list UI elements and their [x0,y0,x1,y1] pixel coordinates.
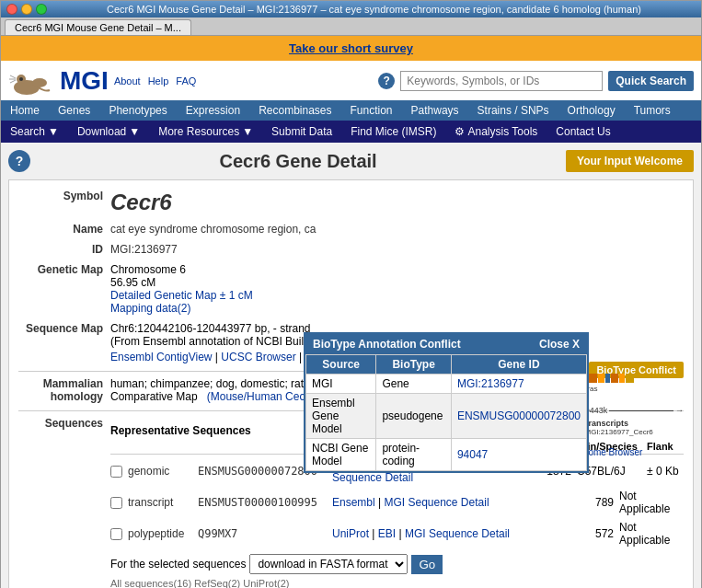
genetic-map-link[interactable]: Detailed Genetic Map ± 1 cM [110,289,253,302]
nav-orthology[interactable]: Orthology [558,100,625,121]
survey-link[interactable]: Take our short survey [289,41,413,55]
quick-search-button[interactable]: Quick Search [608,71,694,91]
polypeptide-link-2[interactable]: EBI [378,527,396,540]
bt-id-link-2[interactable]: 94047 [457,448,488,461]
nav-strains[interactable]: Strains / SNPs [468,100,558,121]
top-nav: MGI About Help FAQ ? Quick Search [1,61,701,100]
your-input-button[interactable]: Your Input Welcome [566,150,694,172]
search-help-icon[interactable]: ? [378,73,395,89]
title-bar: Cecr6 MGI Mouse Gene Detail – MGI:213697… [1,1,701,17]
biotype-col-biotype: BioType [376,355,452,375]
biotype-popup: BioType Annotation Conflict Close X Sour… [304,332,589,473]
nav-contact-us[interactable]: Contact Us [547,122,619,141]
name-row: Name cat eye syndrome chromosome region,… [18,223,684,236]
traffic-lights [6,4,47,15]
bt-type-1: pseudogene [376,394,452,439]
seq-id-transcript: ENSMUST00000100995 [198,496,327,509]
close-button[interactable] [6,4,17,15]
sequences-label: Sequences [18,417,110,430]
help-link[interactable]: Help [148,75,169,86]
svg-line-6 [10,80,16,83]
seq-id-polypeptide: Q99MX7 [198,527,327,540]
seq-checkbox-genomic[interactable] [110,466,122,478]
bt-type-0: Gene [376,375,452,394]
svg-line-4 [10,75,16,78]
transcript-link-1[interactable]: Ensembl [332,496,375,509]
page-help-icon[interactable]: ? [8,150,30,172]
nav-find-mice[interactable]: Find Mice (IMSR) [341,122,445,141]
svg-point-1 [32,78,47,87]
genetic-map-label: Genetic Map [18,263,110,276]
tools-icon: ⚙ [455,125,465,138]
nav-submit-data[interactable]: Submit Data [262,122,341,141]
nav-function[interactable]: Function [341,100,402,121]
gene-name: cat eye syndrome chromosome region, ca [110,223,316,236]
nav-expression[interactable]: Expression [177,100,249,121]
page-header: ? Cecr6 Gene Detail Your Input Welcome [8,150,694,172]
nav-genes[interactable]: Genes [49,100,99,121]
biotype-col-source: Source [306,355,376,375]
polypeptide-link-1[interactable]: UniProt [332,527,369,540]
biotype-col-geneid: Gene ID [451,355,586,375]
ensembl-contig-link[interactable]: Ensembl ContigView [110,351,213,363]
svg-point-3 [19,77,23,81]
maximize-button[interactable] [36,4,47,15]
genetic-map-row: Genetic Map Chromosome 6 56.95 cM Detail… [18,263,684,315]
tab-bar: Cecr6 MGI Mouse Gene Detail – M... [1,17,701,36]
ucsc-browser-link[interactable]: UCSC Browser [221,351,295,363]
mgi-logo-text: MGI [60,66,109,96]
search-arrow-icon: ▼ [48,125,59,138]
fasta-bar: For the selected sequences download in F… [110,554,684,574]
polypeptide-link-3[interactable]: MGI Sequence Detail [405,527,510,540]
minimize-button[interactable] [21,4,32,15]
symbol-row: Symbol Cecr6 [18,190,684,215]
nav-phenotypes[interactable]: Phenotypes [99,100,176,121]
gene-id-link[interactable]: MGI:2136977 [110,243,178,256]
bt-source-0: MGI [306,375,376,394]
nav-home[interactable]: Home [1,100,49,121]
mapping-data-link[interactable]: Mapping data(2) [110,302,190,315]
bt-id-link-0[interactable]: MGI:2136977 [457,377,524,390]
homology-label: Mammalian homology [18,377,110,403]
seq-strain-polypeptide: Not Applicable [619,521,684,547]
name-label: Name [18,223,110,236]
id-label: ID [18,243,110,256]
page-content: ? Cecr6 Gene Detail Your Input Welcome S… [1,143,701,588]
biotype-row-ncbi: NCBI Gene Model protein-coding 94047 [306,439,587,471]
nav-recombinases[interactable]: Recombinases [249,100,340,121]
chr-text: Chromosome 6 [110,263,684,276]
mgi-mouse-icon [8,64,54,97]
main-nav: Home Genes Phenotypes Expression Recombi… [1,100,701,121]
fasta-format-select[interactable]: download in FASTA format [249,554,408,574]
biotype-header: BioType Annotation Conflict Close X [305,334,587,354]
nav-search[interactable]: Search ▼ [1,122,68,141]
nav-download[interactable]: Download ▼ [68,122,149,141]
browser-tab[interactable]: Cecr6 MGI Mouse Gene Detail – M... [5,19,191,35]
faq-link[interactable]: FAQ [176,75,196,86]
nav-pathways[interactable]: Pathways [402,100,468,121]
about-link[interactable]: About [114,75,141,86]
search-input[interactable] [400,71,603,91]
transcript-link-2[interactable]: MGI Sequence Detail [384,496,489,509]
biotype-close-button[interactable]: Close X [539,338,580,351]
page-title: Cecr6 Gene Detail [219,151,376,172]
seq-row-transcript: transcript ENSMUST00000100995 Ensembl | … [110,490,684,515]
seq-length-transcript: 789 [568,496,614,509]
gene-symbol: Cecr6 [110,190,172,214]
nav-tumors[interactable]: Tumors [625,100,680,121]
seq-checkbox-transcript[interactable] [110,497,122,509]
fasta-label: For the selected sequences [110,558,246,571]
nav-analysis-tools[interactable]: ⚙ Analysis Tools [445,122,547,141]
comp-map-text: Comparative Map [110,390,198,403]
bt-id-link-1[interactable]: ENSMUSG00000072800 [457,409,581,422]
more-arrow-icon: ▼ [242,125,253,138]
fasta-go-button[interactable]: Go [411,555,443,574]
download-arrow-icon: ▼ [129,125,140,138]
nav-more-resources[interactable]: More Resources ▼ [149,122,262,141]
browser-window: Cecr6 MGI Mouse Gene Detail – MGI:213697… [0,0,702,588]
seq-flank-genomic: ± 0 Kb [647,465,684,478]
seq-checkbox-polypeptide[interactable] [110,528,122,540]
mgi-logo: MGI About Help FAQ [8,64,196,97]
seq-type-transcript: transcript [128,496,192,509]
biotype-title: BioType Annotation Conflict [313,338,461,351]
